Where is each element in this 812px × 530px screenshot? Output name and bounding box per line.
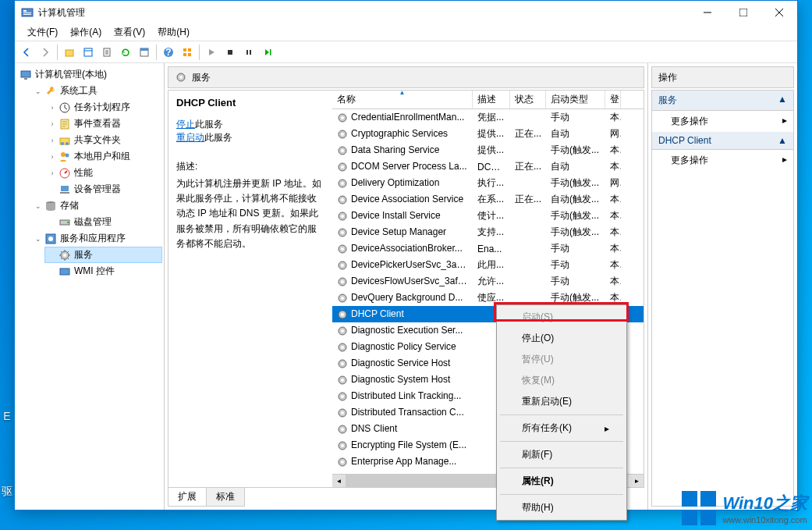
perf-icon xyxy=(59,167,71,180)
service-row[interactable]: CredentialEnrollmentMan...凭据...手动本 xyxy=(332,109,644,126)
stop-link[interactable]: 停止 xyxy=(176,119,195,130)
svg-point-77 xyxy=(341,362,344,365)
restart-link[interactable]: 重启动 xyxy=(176,132,204,143)
gear-icon xyxy=(337,145,348,156)
svg-rect-34 xyxy=(61,186,69,191)
up-button[interactable] xyxy=(61,44,78,61)
service-row[interactable]: DeviceAssociationBroker...Ena...手动本 xyxy=(332,240,644,257)
action-more-2[interactable]: 更多操作 ▸ xyxy=(652,150,793,171)
maximize-button[interactable] xyxy=(725,1,761,24)
menu-file[interactable]: 文件(F) xyxy=(21,24,64,41)
tree-system-tools[interactable]: ⌄ 系统工具 xyxy=(30,83,162,99)
tree-services-apps[interactable]: ⌄ 服务和应用程序 xyxy=(30,230,162,247)
properties-button[interactable] xyxy=(136,44,153,61)
tree-storage[interactable]: ⌄ 存储 xyxy=(30,197,162,214)
expand-icon[interactable]: › xyxy=(48,169,57,178)
scroll-right-button[interactable]: ► xyxy=(630,475,644,487)
menu-action[interactable]: 操作(A) xyxy=(64,24,108,41)
gear-icon xyxy=(337,407,348,418)
export-button[interactable] xyxy=(98,44,115,61)
service-row[interactable]: DevicesFlowUserSvc_3af5e允许...手动本 xyxy=(332,273,644,290)
view-button[interactable] xyxy=(179,44,196,61)
service-row[interactable]: Cryptographic Services提供...正在...自动网 xyxy=(332,126,644,142)
titlebar[interactable]: 计算机管理 xyxy=(15,1,797,24)
tree-event-viewer[interactable]: ›事件查看器 xyxy=(44,116,162,132)
menu-view[interactable]: 查看(V) xyxy=(108,24,151,41)
cm-refresh[interactable]: 刷新(F) xyxy=(498,444,625,465)
cm-properties[interactable]: 属性(R) xyxy=(498,471,625,492)
expand-icon[interactable]: › xyxy=(48,103,57,112)
tree-disk-management[interactable]: 磁盘管理 xyxy=(44,214,162,230)
minimize-button[interactable] xyxy=(690,1,725,24)
col-startup[interactable]: 启动类型 xyxy=(546,91,605,108)
action-more-1[interactable]: 更多操作 ▸ xyxy=(652,111,793,132)
service-row[interactable]: Device Setup Manager支持...手动(触发...本 xyxy=(332,224,644,240)
tab-extended[interactable]: 扩展 xyxy=(168,488,207,507)
tree-device-manager[interactable]: 设备管理器 xyxy=(44,181,162,197)
service-row[interactable]: DevicePickerUserSvc_3af5e此用...手动本 xyxy=(332,257,644,273)
collapse-icon[interactable]: ⌄ xyxy=(34,87,43,96)
stop-service-button[interactable] xyxy=(222,44,239,61)
pause-service-button[interactable] xyxy=(240,44,257,61)
forward-button[interactable] xyxy=(37,44,54,61)
gear-icon xyxy=(337,325,348,336)
scroll-thumb[interactable] xyxy=(346,475,516,487)
refresh-button[interactable] xyxy=(117,44,134,61)
action-section-dhcp[interactable]: DHCP Client▲ xyxy=(652,132,793,150)
menu-help[interactable]: 帮助(H) xyxy=(151,24,196,41)
collapse-icon[interactable]: ⌄ xyxy=(34,201,43,211)
wrench-icon xyxy=(44,85,57,98)
actions-header: 操作 xyxy=(651,66,794,88)
cm-resume: 恢复(M) xyxy=(498,370,625,391)
show-hide-button[interactable] xyxy=(80,44,97,61)
tree-root[interactable]: 计算机管理(本地) xyxy=(16,66,162,83)
service-row[interactable]: Device Association Service在系...正在...自动(触… xyxy=(332,191,644,208)
share-icon xyxy=(59,134,71,147)
tree-local-users[interactable]: ›本地用户和组 xyxy=(44,148,162,165)
svg-point-31 xyxy=(61,152,66,157)
col-name[interactable]: 名称▲ xyxy=(332,91,473,108)
svg-point-57 xyxy=(341,198,344,201)
collapse-icon[interactable]: ⌄ xyxy=(34,234,43,244)
gear-icon xyxy=(337,342,348,353)
expand-icon[interactable]: › xyxy=(48,136,57,145)
back-button[interactable] xyxy=(18,44,35,61)
cm-restart[interactable]: 重新启动(E) xyxy=(498,391,625,412)
close-button[interactable] xyxy=(761,1,797,24)
service-row[interactable]: Delivery Optimization执行...手动(触发...网 xyxy=(332,175,644,191)
svg-rect-1 xyxy=(23,10,27,12)
svg-point-40 xyxy=(48,237,53,241)
service-row[interactable]: Device Install Service使计...手动(触发...本 xyxy=(332,208,644,224)
tree-wmi[interactable]: WMI 控件 xyxy=(44,263,162,279)
event-icon xyxy=(59,118,71,130)
scroll-left-button[interactable]: ◄ xyxy=(332,475,346,487)
service-row[interactable]: Data Sharing Service提供...手动(触发...本 xyxy=(332,142,644,158)
service-row[interactable]: DevQuery Background D...使应...手动(触发...本 xyxy=(332,290,644,306)
col-desc[interactable]: 描述 xyxy=(473,91,510,108)
cm-stop[interactable]: 停止(O) xyxy=(498,328,625,349)
cm-all-tasks[interactable]: 所有任务(K)▸ xyxy=(498,418,625,439)
tree-shared-folders[interactable]: ›共享文件夹 xyxy=(44,132,162,148)
gear-icon xyxy=(337,178,348,189)
tree-performance[interactable]: ›性能 xyxy=(44,165,162,181)
start-service-button[interactable] xyxy=(203,44,220,61)
center-header: 服务 xyxy=(168,66,644,88)
svg-rect-95 xyxy=(700,510,716,525)
help-button[interactable]: ? xyxy=(160,44,177,61)
restart-service-button[interactable] xyxy=(259,44,276,61)
watermark-url: www.win10xitong.com xyxy=(722,515,807,525)
app-icon xyxy=(21,6,34,19)
expand-icon[interactable]: › xyxy=(48,152,57,162)
service-row[interactable]: DCOM Server Process La...DCO...正在...自动本 xyxy=(332,158,644,175)
expand-icon[interactable]: › xyxy=(48,119,57,129)
tree-services[interactable]: 服务 xyxy=(44,247,162,263)
action-section-services[interactable]: 服务▲ xyxy=(652,91,793,111)
tree-panel[interactable]: 计算机管理(本地) ⌄ 系统工具 ›任务计划程序 ›事件查看器 ›共享文件夹 ›… xyxy=(15,63,165,510)
tab-standard[interactable]: 标准 xyxy=(206,488,245,507)
svg-rect-35 xyxy=(60,192,69,194)
col-status[interactable]: 状态 xyxy=(510,91,546,108)
tree-task-scheduler[interactable]: ›任务计划程序 xyxy=(44,99,162,116)
col-login[interactable]: 登 xyxy=(605,91,621,108)
gear-icon xyxy=(337,293,348,304)
cm-help[interactable]: 帮助(H) xyxy=(498,497,625,518)
